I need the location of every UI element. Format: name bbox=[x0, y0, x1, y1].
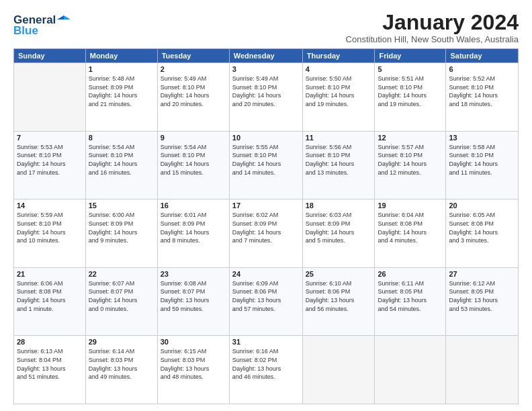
day-info: Sunrise: 5:58 AM Sunset: 8:10 PM Dayligh… bbox=[449, 143, 515, 177]
day-number: 16 bbox=[161, 201, 226, 210]
day-number: 13 bbox=[449, 134, 515, 142]
table-row bbox=[14, 63, 86, 132]
day-info: Sunrise: 5:48 AM Sunset: 8:09 PM Dayligh… bbox=[89, 75, 154, 108]
table-row: 7Sunrise: 5:53 AM Sunset: 8:10 PM Daylig… bbox=[14, 131, 86, 199]
calendar-week-row: 1Sunrise: 5:48 AM Sunset: 8:09 PM Daylig… bbox=[14, 63, 519, 132]
day-info: Sunrise: 6:11 AM Sunset: 8:05 PM Dayligh… bbox=[378, 279, 443, 313]
day-info: Sunrise: 6:16 AM Sunset: 8:02 PM Dayligh… bbox=[232, 347, 300, 381]
col-friday: Friday bbox=[375, 49, 446, 63]
calendar-table: Sunday Monday Tuesday Wednesday Thursday… bbox=[13, 48, 519, 404]
day-number: 27 bbox=[449, 270, 515, 278]
day-info: Sunrise: 5:52 AM Sunset: 8:10 PM Dayligh… bbox=[449, 75, 515, 108]
calendar-subtitle: Constitution Hill, New South Wales, Aust… bbox=[346, 34, 519, 44]
day-info: Sunrise: 5:55 AM Sunset: 8:10 PM Dayligh… bbox=[232, 143, 300, 177]
table-row: 3Sunrise: 5:49 AM Sunset: 8:10 PM Daylig… bbox=[229, 63, 302, 132]
table-row: 21Sunrise: 6:06 AM Sunset: 8:08 PM Dayli… bbox=[14, 267, 86, 336]
day-number: 25 bbox=[306, 270, 372, 278]
calendar-week-row: 28Sunrise: 6:13 AM Sunset: 8:04 PM Dayli… bbox=[14, 336, 519, 404]
day-info: Sunrise: 6:05 AM Sunset: 8:08 PM Dayligh… bbox=[449, 211, 515, 244]
day-info: Sunrise: 5:59 AM Sunset: 8:10 PM Dayligh… bbox=[17, 211, 83, 244]
day-info: Sunrise: 6:08 AM Sunset: 8:07 PM Dayligh… bbox=[161, 279, 226, 313]
day-number: 11 bbox=[306, 134, 372, 142]
col-sunday: Sunday bbox=[14, 49, 86, 63]
day-number: 10 bbox=[232, 134, 300, 142]
table-row: 20Sunrise: 6:05 AM Sunset: 8:08 PM Dayli… bbox=[446, 199, 519, 268]
table-row: 30Sunrise: 6:15 AM Sunset: 8:03 PM Dayli… bbox=[157, 336, 229, 404]
table-row bbox=[375, 336, 446, 404]
calendar-week-row: 21Sunrise: 6:06 AM Sunset: 8:08 PM Dayli… bbox=[14, 267, 519, 336]
calendar-week-row: 7Sunrise: 5:53 AM Sunset: 8:10 PM Daylig… bbox=[14, 131, 519, 199]
table-row: 12Sunrise: 5:57 AM Sunset: 8:10 PM Dayli… bbox=[375, 131, 446, 199]
table-row bbox=[302, 336, 375, 404]
day-number: 4 bbox=[306, 65, 372, 73]
day-info: Sunrise: 6:02 AM Sunset: 8:09 PM Dayligh… bbox=[232, 211, 300, 244]
day-number: 12 bbox=[378, 134, 443, 142]
table-row: 15Sunrise: 6:00 AM Sunset: 8:09 PM Dayli… bbox=[85, 199, 157, 268]
table-row: 17Sunrise: 6:02 AM Sunset: 8:09 PM Dayli… bbox=[229, 199, 302, 268]
svg-marker-1 bbox=[57, 15, 64, 19]
calendar-title: January 2024 bbox=[346, 11, 519, 34]
day-info: Sunrise: 5:57 AM Sunset: 8:10 PM Dayligh… bbox=[378, 143, 443, 177]
col-wednesday: Wednesday bbox=[229, 49, 302, 63]
day-info: Sunrise: 6:10 AM Sunset: 8:06 PM Dayligh… bbox=[306, 279, 372, 313]
day-number: 9 bbox=[161, 134, 226, 142]
table-row: 10Sunrise: 5:55 AM Sunset: 8:10 PM Dayli… bbox=[229, 131, 302, 199]
table-row: 25Sunrise: 6:10 AM Sunset: 8:06 PM Dayli… bbox=[302, 267, 375, 336]
table-row: 19Sunrise: 6:04 AM Sunset: 8:08 PM Dayli… bbox=[375, 199, 446, 268]
col-saturday: Saturday bbox=[446, 49, 519, 63]
table-row: 1Sunrise: 5:48 AM Sunset: 8:09 PM Daylig… bbox=[85, 63, 157, 132]
table-row: 9Sunrise: 5:54 AM Sunset: 8:10 PM Daylig… bbox=[157, 131, 229, 199]
day-info: Sunrise: 6:03 AM Sunset: 8:09 PM Dayligh… bbox=[306, 211, 372, 244]
table-row: 5Sunrise: 5:51 AM Sunset: 8:10 PM Daylig… bbox=[375, 63, 446, 132]
table-row: 18Sunrise: 6:03 AM Sunset: 8:09 PM Dayli… bbox=[302, 199, 375, 268]
day-info: Sunrise: 5:49 AM Sunset: 8:10 PM Dayligh… bbox=[161, 75, 226, 108]
calendar-week-row: 14Sunrise: 5:59 AM Sunset: 8:10 PM Dayli… bbox=[14, 199, 519, 268]
table-row: 2Sunrise: 5:49 AM Sunset: 8:10 PM Daylig… bbox=[157, 63, 229, 132]
day-info: Sunrise: 6:00 AM Sunset: 8:09 PM Dayligh… bbox=[89, 211, 154, 244]
day-info: Sunrise: 6:04 AM Sunset: 8:08 PM Dayligh… bbox=[378, 211, 443, 244]
day-number: 21 bbox=[17, 270, 83, 278]
day-number: 20 bbox=[449, 201, 515, 210]
table-row: 14Sunrise: 5:59 AM Sunset: 8:10 PM Dayli… bbox=[14, 199, 86, 268]
day-info: Sunrise: 6:14 AM Sunset: 8:03 PM Dayligh… bbox=[89, 347, 154, 381]
table-row: 8Sunrise: 5:54 AM Sunset: 8:10 PM Daylig… bbox=[85, 131, 157, 199]
logo-bird-icon bbox=[57, 13, 71, 26]
day-info: Sunrise: 6:15 AM Sunset: 8:03 PM Dayligh… bbox=[161, 347, 226, 381]
table-row: 29Sunrise: 6:14 AM Sunset: 8:03 PM Dayli… bbox=[85, 336, 157, 404]
table-row bbox=[446, 336, 519, 404]
day-number: 28 bbox=[17, 338, 83, 346]
day-number: 2 bbox=[161, 65, 226, 73]
day-number: 5 bbox=[378, 65, 443, 73]
col-monday: Monday bbox=[85, 49, 157, 63]
day-number: 31 bbox=[232, 338, 300, 346]
day-info: Sunrise: 5:51 AM Sunset: 8:10 PM Dayligh… bbox=[378, 75, 443, 108]
day-number: 17 bbox=[232, 201, 300, 210]
day-number: 29 bbox=[89, 338, 154, 346]
table-row: 22Sunrise: 6:07 AM Sunset: 8:07 PM Dayli… bbox=[85, 267, 157, 336]
day-info: Sunrise: 6:13 AM Sunset: 8:04 PM Dayligh… bbox=[17, 347, 83, 381]
day-number: 19 bbox=[378, 201, 443, 210]
day-info: Sunrise: 6:06 AM Sunset: 8:08 PM Dayligh… bbox=[17, 279, 83, 313]
table-row: 13Sunrise: 5:58 AM Sunset: 8:10 PM Dayli… bbox=[446, 131, 519, 199]
day-number: 7 bbox=[17, 134, 83, 142]
table-row: 27Sunrise: 6:12 AM Sunset: 8:05 PM Dayli… bbox=[446, 267, 519, 336]
day-number: 6 bbox=[449, 65, 515, 73]
page: General Blue January 2024 Constitution H… bbox=[0, 0, 532, 411]
day-info: Sunrise: 5:54 AM Sunset: 8:10 PM Dayligh… bbox=[89, 143, 154, 177]
day-info: Sunrise: 6:12 AM Sunset: 8:05 PM Dayligh… bbox=[449, 279, 515, 313]
day-number: 30 bbox=[161, 338, 226, 346]
day-number: 3 bbox=[232, 65, 300, 73]
table-row: 24Sunrise: 6:09 AM Sunset: 8:06 PM Dayli… bbox=[229, 267, 302, 336]
table-row: 23Sunrise: 6:08 AM Sunset: 8:07 PM Dayli… bbox=[157, 267, 229, 336]
table-row: 26Sunrise: 6:11 AM Sunset: 8:05 PM Dayli… bbox=[375, 267, 446, 336]
logo: General Blue bbox=[13, 13, 71, 38]
table-row: 16Sunrise: 6:01 AM Sunset: 8:09 PM Dayli… bbox=[157, 199, 229, 268]
day-number: 22 bbox=[89, 270, 154, 278]
calendar-header-row: Sunday Monday Tuesday Wednesday Thursday… bbox=[14, 49, 519, 63]
logo-blue-text: Blue bbox=[13, 24, 38, 38]
day-number: 15 bbox=[89, 201, 154, 210]
table-row: 4Sunrise: 5:50 AM Sunset: 8:10 PM Daylig… bbox=[302, 63, 375, 132]
title-block: January 2024 Constitution Hill, New Sout… bbox=[346, 11, 519, 44]
table-row: 31Sunrise: 6:16 AM Sunset: 8:02 PM Dayli… bbox=[229, 336, 302, 404]
day-info: Sunrise: 5:54 AM Sunset: 8:10 PM Dayligh… bbox=[161, 143, 226, 177]
